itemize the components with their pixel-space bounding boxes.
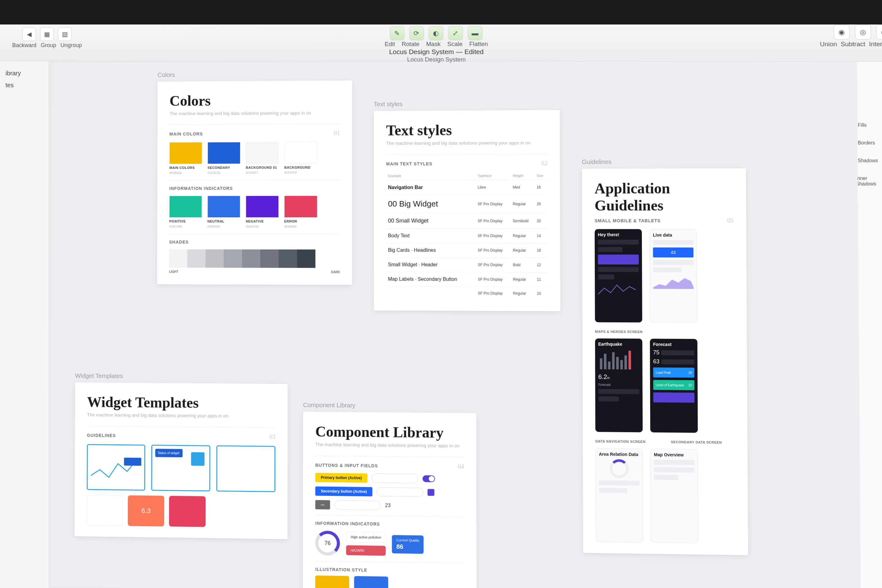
widget-card-info: Status of widget <box>151 445 210 491</box>
phone-mock-area-data: Area Relation Data <box>595 448 643 542</box>
cell: 16 <box>535 243 548 258</box>
svg-rect-6 <box>620 360 623 369</box>
text-example <box>386 286 476 300</box>
artboard-label: Guidelines <box>582 158 746 166</box>
mock-title: Forecast <box>653 342 694 347</box>
phone-mock-dark: Hey there! <box>595 229 642 322</box>
shade-step <box>260 249 279 268</box>
tool-label: Edit <box>385 41 395 48</box>
tool-label: Mask <box>426 41 441 48</box>
artboard-widget-templates[interactable]: Widget Templates Widget Templates The ma… <box>74 372 288 539</box>
section-label: MAIN TEXT STYLES <box>386 161 433 166</box>
artboard-colors[interactable]: Colors Colors The machine learning and b… <box>157 70 352 285</box>
inspector-label: Inner Shadows <box>856 176 878 187</box>
swatch-hex: #FFFFFF <box>284 171 317 174</box>
bar-chart-icon <box>598 349 639 371</box>
phone-mock-map: Map Overview <box>651 449 699 543</box>
sidebar-item[interactable]: tes <box>0 79 49 91</box>
group-icon[interactable]: ▦ <box>40 27 54 41</box>
cell: Med <box>511 180 535 195</box>
sparkline-icon <box>598 282 639 297</box>
svg-rect-0 <box>124 458 141 466</box>
table-row: SF Pro Display Regular 10 <box>386 286 548 300</box>
text-input[interactable] <box>372 474 418 483</box>
cell: SF Pro Display <box>476 195 511 213</box>
color-swatch: ERROR #E64060 <box>284 196 317 228</box>
section-number: 03 <box>269 433 275 440</box>
swatch-hex: #E64060 <box>284 225 317 228</box>
phone-mock-light: Live data 43 <box>649 229 697 322</box>
rotate-icon[interactable]: ⟳ <box>409 26 424 40</box>
section-label: MAPS & HEROES SCREEN <box>595 330 734 334</box>
text-input[interactable] <box>377 487 423 497</box>
toggle-switch[interactable] <box>422 476 435 482</box>
edit-icon[interactable]: ✎ <box>389 26 404 40</box>
union-icon[interactable]: ◉ <box>833 25 850 39</box>
pill-card-hazard: HAZARD <box>346 545 386 555</box>
section-label: GUIDELINES <box>87 433 116 438</box>
cell: Regular <box>511 243 535 258</box>
document-tab[interactable]: Locus Design System <box>407 56 466 63</box>
artboard-title: Application Guidelines <box>594 180 733 214</box>
artboard-component-library[interactable]: Component Library Component Library The … <box>303 402 476 588</box>
scale-icon[interactable]: ⤢ <box>448 26 463 40</box>
artboard-label: Text styles <box>374 100 560 108</box>
artboard-text-styles[interactable]: Text styles Text styles The machine lear… <box>374 100 560 311</box>
swatch-chip <box>246 196 279 218</box>
swatch-name: ERROR <box>284 219 317 223</box>
table-row: Navigation Bar Libre Med 16 <box>386 180 548 195</box>
cell: 14 <box>535 229 548 243</box>
swatch-hex: #1E5FD6 <box>207 171 240 174</box>
text-example: Body Text <box>386 229 476 243</box>
shade-step <box>297 249 316 268</box>
section-label: BUTTONS & INPUT FIELDS <box>316 462 378 468</box>
svg-rect-5 <box>616 357 619 369</box>
cell: 11 <box>535 272 548 287</box>
artboard-label: Widget Templates <box>75 372 288 381</box>
inspector-label: Fills <box>858 122 866 128</box>
section-label: SMALL MOBILE & TABLETS <box>595 218 661 223</box>
swatch-name: MAIN COLORS <box>169 166 202 170</box>
cell: 20 <box>535 213 548 229</box>
intersect-icon[interactable]: ◍ <box>876 24 882 39</box>
section-label: ILLUSTRATION STYLE <box>315 567 367 573</box>
small-widget-value: 6.3 <box>128 495 164 526</box>
artboard-subtitle: The machine learning and big data soluti… <box>316 442 464 448</box>
text-example: Navigation Bar <box>386 180 476 195</box>
backward-icon[interactable]: ◀ <box>23 27 36 41</box>
text-input[interactable] <box>334 500 381 510</box>
text-example: 00 Small Widget <box>386 213 476 228</box>
count-badge: 23 <box>385 502 391 508</box>
pill-card: High active pollution <box>346 532 386 543</box>
ungroup-icon[interactable]: ▧ <box>58 27 72 41</box>
phone-mock-earthquake: Earthquake 6.2m Forecast <box>595 339 643 432</box>
sidebar-item[interactable]: ibrary <box>0 68 49 79</box>
secondary-button[interactable]: Secondary button (Active) <box>316 486 373 496</box>
mask-icon[interactable]: ◐ <box>428 26 443 40</box>
phone-mock-forecast: Forecast 75 63 Load Peak28 Level of Eart… <box>650 339 698 433</box>
svg-rect-2 <box>604 354 606 369</box>
swatch-hex: #F5B800 <box>169 171 202 175</box>
artboard-subtitle: The machine learning and big data soluti… <box>87 412 275 419</box>
flatten-icon[interactable]: ▬ <box>467 26 482 40</box>
color-swatch: NEUTRAL #2E6FE6 <box>207 196 240 228</box>
checkbox[interactable] <box>428 489 434 496</box>
tool-group-boolean: ◉ ◎ ◍ ◌ Union Subtract Intersect Differe… <box>819 24 882 48</box>
swatch-chip <box>169 142 202 164</box>
design-canvas[interactable]: Colors Colors The machine learning and b… <box>50 58 861 588</box>
cell: Semibold <box>511 213 535 229</box>
artboard-application-guidelines[interactable]: Guidelines Application Guidelines SMALL … <box>582 158 748 555</box>
mock-title: Live data <box>653 232 693 237</box>
subtract-icon[interactable]: ◎ <box>855 25 871 39</box>
swatch-name: BACKGROUND 01 <box>246 166 279 169</box>
color-swatch: NEGATIVE #5A1FD6 <box>246 196 279 228</box>
table-header: Typeface <box>476 171 511 180</box>
cell: Bold <box>511 258 535 272</box>
cell: Regular <box>511 229 535 243</box>
tool-group-arrange: ◀ ▦ ▧ Backward Group Ungroup <box>12 27 82 49</box>
primary-button[interactable]: Primary button (Active) <box>316 473 368 483</box>
document-title-block: ✎ ⟳ ◐ ⤢ ▬ Edit Rotate Mask Scale Flatten… <box>94 25 806 63</box>
table-row: Small Widget · Header SF Pro Display Bol… <box>386 257 548 272</box>
swatch-name: SECONDARY <box>207 166 240 170</box>
tool-label: Intersect <box>869 41 882 48</box>
